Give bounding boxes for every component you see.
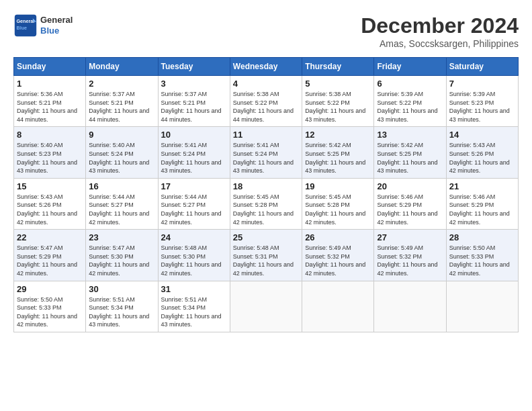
day-number: 2 [89,79,154,89]
calendar-cell: 10 Sunrise: 5:41 AM Sunset: 5:24 PM Dayl… [158,127,230,178]
day-number: 20 [377,181,443,191]
calendar-cell: 8 Sunrise: 5:40 AM Sunset: 5:23 PM Dayli… [14,127,86,178]
title-block: December 2024 Amas, Soccsksargen, Philip… [361,13,519,49]
day-info: Sunrise: 5:47 AM Sunset: 5:29 PM Dayligh… [17,244,83,277]
day-info: Sunrise: 5:38 AM Sunset: 5:22 PM Dayligh… [305,90,371,124]
calendar-row-1: 1 Sunrise: 5:36 AM Sunset: 5:21 PM Dayli… [14,76,519,127]
day-info: Sunrise: 5:46 AM Sunset: 5:29 PM Dayligh… [377,193,443,226]
day-number: 18 [233,181,299,191]
day-info: Sunrise: 5:43 AM Sunset: 5:26 PM Dayligh… [449,141,515,175]
calendar-cell: 13 Sunrise: 5:42 AM Sunset: 5:25 PM Dayl… [374,127,446,178]
day-number: 8 [17,130,83,140]
day-number: 19 [305,181,371,191]
calendar-cell: 22 Sunrise: 5:47 AM Sunset: 5:29 PM Dayl… [14,230,86,281]
day-number: 28 [449,232,515,242]
day-info: Sunrise: 5:41 AM Sunset: 5:24 PM Dayligh… [161,141,227,175]
day-info: Sunrise: 5:40 AM Sunset: 5:24 PM Dayligh… [89,141,154,175]
day-number: 25 [233,232,299,242]
calendar-cell: 19 Sunrise: 5:45 AM Sunset: 5:28 PM Dayl… [302,178,374,229]
calendar-row-3: 15 Sunrise: 5:43 AM Sunset: 5:26 PM Dayl… [14,178,519,229]
day-info: Sunrise: 5:42 AM Sunset: 5:25 PM Dayligh… [305,141,371,175]
logo-icon: General Blue [13,13,38,38]
calendar-cell: 17 Sunrise: 5:44 AM Sunset: 5:27 PM Dayl… [158,178,230,229]
calendar-cell: 20 Sunrise: 5:46 AM Sunset: 5:29 PM Dayl… [374,178,446,229]
day-number: 7 [449,79,515,89]
day-number: 15 [17,181,83,191]
calendar-cell: 4 Sunrise: 5:38 AM Sunset: 5:22 PM Dayli… [230,76,302,127]
day-info: Sunrise: 5:37 AM Sunset: 5:21 PM Dayligh… [161,90,227,124]
calendar-cell: 1 Sunrise: 5:36 AM Sunset: 5:21 PM Dayli… [14,76,86,127]
day-number: 12 [305,130,371,140]
day-info: Sunrise: 5:37 AM Sunset: 5:21 PM Dayligh… [89,90,154,124]
svg-text:General: General [17,18,35,24]
day-number: 6 [377,79,443,89]
day-number: 3 [161,79,227,89]
day-info: Sunrise: 5:49 AM Sunset: 5:32 PM Dayligh… [377,244,443,277]
calendar-row-5: 29 Sunrise: 5:50 AM Sunset: 5:33 PM Dayl… [14,281,519,332]
calendar-cell: 24 Sunrise: 5:48 AM Sunset: 5:30 PM Dayl… [158,230,230,281]
calendar-header-row: Sunday Monday Tuesday Wednesday Thursday… [14,58,519,76]
calendar-cell: 7 Sunrise: 5:39 AM Sunset: 5:23 PM Dayli… [446,76,518,127]
day-number: 1 [17,79,83,89]
day-number: 16 [89,181,154,191]
calendar-cell: 31 Sunrise: 5:51 AM Sunset: 5:34 PM Dayl… [158,281,230,332]
day-number: 26 [305,232,371,242]
header-thursday: Thursday [302,58,374,76]
calendar-cell: 9 Sunrise: 5:40 AM Sunset: 5:24 PM Dayli… [86,127,158,178]
header-tuesday: Tuesday [158,58,230,76]
header-sunday: Sunday [14,58,86,76]
logo: General Blue General Blue [13,13,73,38]
calendar-cell: 25 Sunrise: 5:48 AM Sunset: 5:31 PM Dayl… [230,230,302,281]
day-number: 23 [89,232,154,242]
day-info: Sunrise: 5:49 AM Sunset: 5:32 PM Dayligh… [305,244,371,277]
calendar-cell: 16 Sunrise: 5:44 AM Sunset: 5:27 PM Dayl… [86,178,158,229]
day-info: Sunrise: 5:36 AM Sunset: 5:21 PM Dayligh… [17,90,83,124]
day-number: 14 [449,130,515,140]
day-number: 9 [89,130,154,140]
logo-text-general: General [40,15,73,26]
calendar-cell [230,281,302,332]
day-info: Sunrise: 5:48 AM Sunset: 5:31 PM Dayligh… [233,244,299,277]
calendar-cell: 26 Sunrise: 5:49 AM Sunset: 5:32 PM Dayl… [302,230,374,281]
subtitle: Amas, Soccsksargen, Philippines [361,38,519,49]
day-info: Sunrise: 5:40 AM Sunset: 5:23 PM Dayligh… [17,141,83,175]
day-info: Sunrise: 5:50 AM Sunset: 5:33 PM Dayligh… [449,244,515,277]
calendar-cell: 3 Sunrise: 5:37 AM Sunset: 5:21 PM Dayli… [158,76,230,127]
header-wednesday: Wednesday [230,58,302,76]
day-info: Sunrise: 5:47 AM Sunset: 5:30 PM Dayligh… [89,244,154,277]
calendar-row-4: 22 Sunrise: 5:47 AM Sunset: 5:29 PM Dayl… [14,230,519,281]
day-number: 4 [233,79,299,89]
day-number: 22 [17,232,83,242]
day-info: Sunrise: 5:50 AM Sunset: 5:33 PM Dayligh… [17,295,83,329]
calendar-cell: 2 Sunrise: 5:37 AM Sunset: 5:21 PM Dayli… [86,76,158,127]
main-title: December 2024 [361,13,519,38]
day-number: 11 [233,130,299,140]
day-number: 13 [377,130,443,140]
day-info: Sunrise: 5:44 AM Sunset: 5:27 PM Dayligh… [89,193,154,226]
day-number: 10 [161,130,227,140]
calendar-cell [374,281,446,332]
calendar-cell: 23 Sunrise: 5:47 AM Sunset: 5:30 PM Dayl… [86,230,158,281]
calendar-row-2: 8 Sunrise: 5:40 AM Sunset: 5:23 PM Dayli… [14,127,519,178]
calendar-cell: 28 Sunrise: 5:50 AM Sunset: 5:33 PM Dayl… [446,230,518,281]
day-info: Sunrise: 5:51 AM Sunset: 5:34 PM Dayligh… [89,295,154,329]
day-number: 30 [89,284,154,294]
day-number: 17 [161,181,227,191]
header-saturday: Saturday [446,58,518,76]
day-info: Sunrise: 5:45 AM Sunset: 5:28 PM Dayligh… [233,193,299,226]
calendar-cell: 18 Sunrise: 5:45 AM Sunset: 5:28 PM Dayl… [230,178,302,229]
day-info: Sunrise: 5:38 AM Sunset: 5:22 PM Dayligh… [233,90,299,124]
calendar-cell [446,281,518,332]
day-info: Sunrise: 5:43 AM Sunset: 5:26 PM Dayligh… [17,193,83,226]
day-number: 21 [449,181,515,191]
day-info: Sunrise: 5:42 AM Sunset: 5:25 PM Dayligh… [377,141,443,175]
day-number: 24 [161,232,227,242]
calendar-table: Sunday Monday Tuesday Wednesday Thursday… [13,57,519,332]
day-info: Sunrise: 5:51 AM Sunset: 5:34 PM Dayligh… [161,295,227,329]
header-monday: Monday [86,58,158,76]
calendar-cell: 5 Sunrise: 5:38 AM Sunset: 5:22 PM Dayli… [302,76,374,127]
day-info: Sunrise: 5:46 AM Sunset: 5:29 PM Dayligh… [449,193,515,226]
day-info: Sunrise: 5:41 AM Sunset: 5:24 PM Dayligh… [233,141,299,175]
logo-text-blue: Blue [40,26,73,36]
calendar-cell: 30 Sunrise: 5:51 AM Sunset: 5:34 PM Dayl… [86,281,158,332]
